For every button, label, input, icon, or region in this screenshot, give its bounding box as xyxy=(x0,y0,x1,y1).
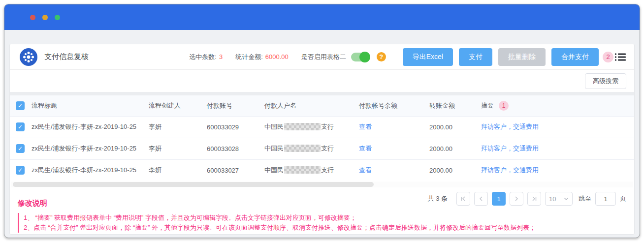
page-number-button[interactable]: 1 xyxy=(492,192,506,206)
toggle-knob xyxy=(359,52,370,62)
toolbar: 支付信息复核 选中条数: 3 统计金额: 6000.00 是否启用表格二 ? 导… xyxy=(10,44,634,70)
merge-count-badge: 2 xyxy=(603,52,613,62)
close-window-icon[interactable] xyxy=(30,15,35,20)
table2-toggle[interactable] xyxy=(351,53,370,61)
window-titlebar xyxy=(4,4,640,30)
action-buttons: 导出Excel 支付 批量删除 合并支付 2 xyxy=(397,48,626,66)
total-count-label: 共 3 条 xyxy=(428,194,448,203)
selected-count-value: 3 xyxy=(219,53,223,60)
export-excel-button[interactable]: 导出Excel xyxy=(403,48,453,66)
list-menu-icon[interactable] xyxy=(614,52,626,62)
jump-to-page: 跳至 页 xyxy=(579,192,626,206)
select-all-checkbox[interactable]: ✓ xyxy=(16,101,25,110)
table2-toggle-label: 是否启用表格二 xyxy=(301,53,346,61)
last-page-icon[interactable] xyxy=(527,192,541,206)
table-row: ✓ zx民生/浦发银行-李妍-zx-2019-10-25 李妍 60003302… xyxy=(10,116,634,138)
column-header-creator: 流程创建人 xyxy=(149,95,207,116)
row-checkbox[interactable]: ✓ xyxy=(16,144,25,153)
note-line-2: 2、点击 “合并支付” 弹出对应页面，除 “摘要” 外，其他字段为只读。可在该页… xyxy=(24,223,626,233)
payments-table: ✓ 流程标题 流程创建人 付款账号 付款人户名 付款帐号余额 转账金额 摘要 1 xyxy=(10,95,634,181)
search-row: 高级搜索 xyxy=(10,70,634,92)
amount-cell: 2000.00 xyxy=(429,138,481,159)
column-header-title: 流程标题 xyxy=(32,95,149,116)
redacted-mosaic xyxy=(284,145,321,152)
summary-link[interactable]: 拜访客户，交通费用 xyxy=(481,166,539,174)
column-header-balance: 付款帐号余额 xyxy=(359,95,429,116)
first-page-icon[interactable] xyxy=(456,192,470,206)
jump-suffix-label: 页 xyxy=(620,194,626,203)
next-page-icon[interactable] xyxy=(510,192,523,206)
chevron-down-icon xyxy=(564,197,569,201)
summary-count-badge: 1 xyxy=(499,101,509,111)
table-body: ✓ zx民生/浦发银行-李妍-zx-2019-10-25 李妍 60003302… xyxy=(10,116,634,181)
jump-page-input[interactable] xyxy=(595,192,616,206)
creator-cell: 李妍 xyxy=(149,159,207,181)
merge-pay-button[interactable]: 合并支付 xyxy=(551,48,599,66)
flow-title-cell: zx民生/浦发银行-李妍-zx-2019-10-25 xyxy=(32,159,149,181)
question-circle-icon[interactable]: ? xyxy=(377,52,386,61)
redacted-mosaic xyxy=(284,166,321,174)
page-size-select[interactable]: 10 xyxy=(545,192,573,206)
pay-button[interactable]: 支付 xyxy=(459,48,492,66)
advanced-search-button[interactable]: 高级搜索 xyxy=(585,73,626,89)
payer-name-cell: 中国民支行 xyxy=(264,159,359,181)
view-balance-link[interactable]: 查看 xyxy=(359,123,372,130)
table-header-row: ✓ 流程标题 流程创建人 付款账号 付款人户名 付款帐号余额 转账金额 摘要 1 xyxy=(10,95,634,116)
total-amount-value: 6000.00 xyxy=(265,53,289,60)
redacted-mosaic xyxy=(284,123,321,130)
account-cell: 600033027 xyxy=(207,159,264,181)
jump-label: 跳至 xyxy=(579,194,591,203)
column-header-summary: 摘要 xyxy=(481,101,494,110)
selected-count-label: 选中条数: xyxy=(189,53,217,61)
column-header-amount: 转账金额 xyxy=(429,95,481,116)
flow-title-cell: zx民生/浦发银行-李妍-zx-2019-10-25 xyxy=(32,116,149,138)
pagination: 共 3 条 1 10 跳至 xyxy=(428,192,626,206)
scrollbar-thumb[interactable] xyxy=(13,182,374,187)
payer-name-cell: 中国民支行 xyxy=(264,138,359,159)
creator-cell: 李妍 xyxy=(149,138,207,159)
account-cell: 600033028 xyxy=(207,138,264,159)
note-line-1: 1、 “摘要” 获取费用报销表单中 “费用说明” 字段值，并且改为可编辑字段。点… xyxy=(24,213,626,223)
app-window: 支付信息复核 选中条数: 3 统计金额: 6000.00 是否启用表格二 ? 导… xyxy=(4,4,640,238)
section-divider xyxy=(10,92,634,95)
row-checkbox[interactable]: ✓ xyxy=(16,166,25,175)
creator-cell: 李妍 xyxy=(149,116,207,138)
horizontal-scrollbar xyxy=(11,182,633,187)
payer-name-cell: 中国民支行 xyxy=(264,116,359,138)
amount-cell: 2000.00 xyxy=(429,159,481,181)
column-header-account: 付款账号 xyxy=(207,95,264,116)
summary-link[interactable]: 拜访客户，交通费用 xyxy=(481,123,539,130)
amount-cell: 2000.00 xyxy=(429,116,481,138)
batch-delete-button[interactable]: 批量删除 xyxy=(498,48,546,66)
maximize-window-icon[interactable] xyxy=(55,15,60,20)
column-header-payer-name: 付款人户名 xyxy=(264,95,359,116)
row-checkbox[interactable]: ✓ xyxy=(16,122,25,131)
minimize-window-icon[interactable] xyxy=(42,15,48,20)
footer: 共 3 条 1 10 跳至 xyxy=(10,188,634,233)
total-amount-label: 统计金额: xyxy=(235,53,263,61)
table-row: ✓ zx民生/浦发银行-李妍-zx-2019-10-25 李妍 60003302… xyxy=(10,159,634,181)
view-balance-link[interactable]: 查看 xyxy=(359,166,372,174)
page-size-value: 10 xyxy=(549,195,556,203)
statistics: 选中条数: 3 统计金额: 6000.00 是否启用表格二 ? xyxy=(176,52,386,61)
notes-list: 1、 “摘要” 获取费用报销表单中 “费用说明” 字段值，并且改为可编辑字段。点… xyxy=(18,213,626,233)
view-balance-link[interactable]: 查看 xyxy=(359,145,372,152)
prev-page-icon[interactable] xyxy=(474,192,488,206)
account-cell: 600033029 xyxy=(207,116,264,138)
summary-link[interactable]: 拜访客户，交通费用 xyxy=(481,145,539,152)
main-panel: 支付信息复核 选中条数: 3 统计金额: 6000.00 是否启用表格二 ? 导… xyxy=(9,44,635,235)
flower-badge-icon xyxy=(20,48,37,66)
flow-title-cell: zx民生/浦发银行-李妍-zx-2019-10-25 xyxy=(32,138,149,159)
page-title: 支付信息复核 xyxy=(44,52,89,61)
table-row: ✓ zx民生/浦发银行-李妍-zx-2019-10-25 李妍 60003302… xyxy=(10,138,634,159)
